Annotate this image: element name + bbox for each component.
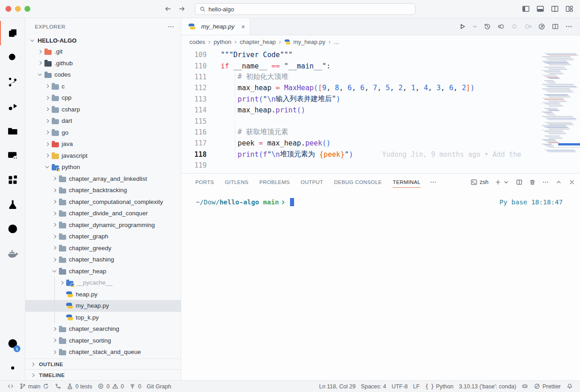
status-git-graph-indicator[interactable] xyxy=(52,381,64,392)
minimap[interactable] xyxy=(538,48,580,173)
previous-change-icon[interactable] xyxy=(511,23,518,30)
status-problems[interactable]: 00 xyxy=(95,381,126,392)
tree-item-chapter-hashing[interactable]: chapter_hashing xyxy=(25,254,181,266)
status-indentation[interactable]: Spaces: 4 xyxy=(358,383,389,390)
panel-more-tabs-icon[interactable] xyxy=(430,179,437,186)
more-actions-icon[interactable] xyxy=(565,23,573,30)
minimize-window-button[interactable] xyxy=(15,6,21,12)
status-python-interpreter[interactable]: 3.10.13 ('base': conda) xyxy=(456,383,519,390)
explorer-more-actions-icon[interactable] xyxy=(167,23,174,30)
panel-tab-ports[interactable]: PORTS xyxy=(191,174,218,190)
status-broadcast[interactable]: 0 xyxy=(126,381,144,392)
status-tests[interactable]: 0 tests xyxy=(64,381,95,392)
navigate-back-icon[interactable] xyxy=(164,5,172,13)
toggle-primary-sidebar-icon[interactable] xyxy=(522,5,530,13)
new-terminal-icon[interactable] xyxy=(494,179,510,186)
tree-item-chapter-dynamic-programming[interactable]: chapter_dynamic_programming xyxy=(25,219,181,231)
run-dropdown[interactable] xyxy=(472,24,478,29)
activity-project-manager[interactable] xyxy=(0,119,25,143)
code-editor[interactable]: 109"""Driver Code"""110if __name__ == "_… xyxy=(181,48,580,173)
breadcrumb-item-python[interactable]: python xyxy=(213,39,231,45)
status-git-graph-label[interactable]: Git Graph xyxy=(144,381,174,392)
split-editor-layout-icon[interactable] xyxy=(551,5,559,13)
tree-item-codes[interactable]: codes xyxy=(25,69,181,81)
panel-tab-gitlens[interactable]: GITLENS xyxy=(220,174,253,190)
file-history-icon[interactable] xyxy=(483,23,491,30)
activity-accounts[interactable]: 1 xyxy=(0,331,25,356)
panel-more-actions-icon[interactable] xyxy=(542,179,549,186)
panel-tab-problems[interactable]: PROBLEMS xyxy=(255,174,294,190)
next-change-icon[interactable] xyxy=(524,23,532,30)
status-notifications[interactable] xyxy=(564,383,576,390)
tree-item-java[interactable]: java xyxy=(25,138,181,150)
status-encoding[interactable]: UTF-8 xyxy=(389,383,410,390)
status-cursor-position[interactable]: Ln 118, Col 29 xyxy=(316,383,358,390)
tree-item--git[interactable]: .git xyxy=(25,46,181,58)
navigate-forward-icon[interactable] xyxy=(178,5,186,13)
outline-section[interactable]: OUTLINE xyxy=(25,358,181,369)
tree-item-chapter-greedy[interactable]: chapter_greedy xyxy=(25,242,181,254)
split-terminal-icon[interactable] xyxy=(516,179,523,186)
panel-tab-output[interactable]: OUTPUT xyxy=(296,174,328,190)
activity-explorer[interactable] xyxy=(0,21,25,45)
tab-my-heap-py[interactable]: my_heap.py × xyxy=(181,18,250,35)
tree-item-heap-py[interactable]: heap.py xyxy=(25,289,181,300)
customize-layout-icon[interactable] xyxy=(565,5,574,13)
tree-item-chapter-array-and-linkedlist[interactable]: chapter_array_and_linkedlist xyxy=(25,173,181,185)
activity-run-and-debug[interactable] xyxy=(0,94,25,119)
activity-search[interactable] xyxy=(0,45,25,70)
tree-item-chapter-backtracking[interactable]: chapter_backtracking xyxy=(25,184,181,196)
tree-item-chapter-stack-and-queue[interactable]: chapter_stack_and_queue xyxy=(25,346,181,358)
maximize-panel-icon[interactable] xyxy=(555,179,562,186)
command-center-search[interactable]: hello-algo xyxy=(195,3,416,15)
tree-item-my-heap-py[interactable]: my_heap.py xyxy=(25,300,181,312)
tree-item--github[interactable]: .github xyxy=(25,58,181,69)
breadcrumb-item-my-heap-py[interactable]: my_heap.py xyxy=(284,39,325,45)
activity-github[interactable] xyxy=(0,217,25,241)
status-remote-indicator[interactable] xyxy=(5,381,17,392)
tree-item-chapter-divide-and-conquer[interactable]: chapter_divide_and_conquer xyxy=(25,208,181,219)
open-changes-icon[interactable] xyxy=(497,23,505,30)
activity-remote-explorer[interactable] xyxy=(0,143,25,168)
zoom-window-button[interactable] xyxy=(24,6,30,12)
close-window-button[interactable] xyxy=(5,6,11,12)
tree-item-chapter-computational-complexity[interactable]: chapter_computational_complexity xyxy=(25,196,181,208)
activity-docker[interactable] xyxy=(0,241,25,266)
activity-extensions[interactable] xyxy=(0,168,25,192)
tree-item-chapter-graph[interactable]: chapter_graph xyxy=(25,231,181,242)
split-editor-icon[interactable] xyxy=(551,23,559,30)
run-python-file-button[interactable] xyxy=(459,23,466,30)
status-prettier[interactable]: Prettier xyxy=(531,383,564,390)
tree-root-hello-algo[interactable]: HELLO-ALGO xyxy=(25,35,181,46)
toggle-panel-icon[interactable] xyxy=(536,5,545,13)
tree-item-chapter-sorting[interactable]: chapter_sorting xyxy=(25,335,181,347)
tree-item-top-k-py[interactable]: top_k.py xyxy=(25,312,181,324)
timeline-section[interactable]: TIMELINE xyxy=(25,369,181,380)
tree-item-chapter-searching[interactable]: chapter_searching xyxy=(25,323,181,335)
tree-item-javascript[interactable]: javascript xyxy=(25,150,181,162)
tree-item--pycache-[interactable]: __pycache__ xyxy=(25,277,181,289)
terminal-shell-selector[interactable]: zsh xyxy=(470,179,488,186)
breadcrumb-item-chapter-heap[interactable]: chapter_heap xyxy=(240,39,276,45)
activity-settings[interactable] xyxy=(0,356,25,380)
status-language-mode[interactable]: { }Python xyxy=(422,383,456,390)
tree-item-cpp[interactable]: cpp xyxy=(25,92,181,104)
tree-item-go[interactable]: go xyxy=(25,127,181,139)
status-git-branch[interactable]: main xyxy=(17,381,52,392)
tree-item-c[interactable]: c xyxy=(25,81,181,92)
panel-tab-terminal[interactable]: TERMINAL xyxy=(388,174,425,190)
tree-item-csharp[interactable]: csharp xyxy=(25,104,181,116)
close-tab-icon[interactable]: × xyxy=(241,23,245,30)
activity-source-control[interactable] xyxy=(0,70,25,94)
panel-tab-debug-console[interactable]: DEBUG CONSOLE xyxy=(329,174,387,190)
gitlens-graph-icon[interactable] xyxy=(538,23,546,30)
status-eol[interactable]: LF xyxy=(411,383,423,390)
breadcrumb-item-codes[interactable]: codes xyxy=(189,39,205,45)
tree-item-dart[interactable]: dart xyxy=(25,115,181,127)
breadcrumb-item--[interactable]: ... xyxy=(334,39,339,45)
tree-item-chapter-heap[interactable]: chapter_heap xyxy=(25,266,181,277)
activity-testing[interactable] xyxy=(0,192,25,217)
close-panel-icon[interactable] xyxy=(568,179,575,186)
status-copilot[interactable] xyxy=(519,383,531,390)
terminal-content[interactable]: ~/Dow/hello-algo main Py base 18:18:47 xyxy=(181,190,580,380)
